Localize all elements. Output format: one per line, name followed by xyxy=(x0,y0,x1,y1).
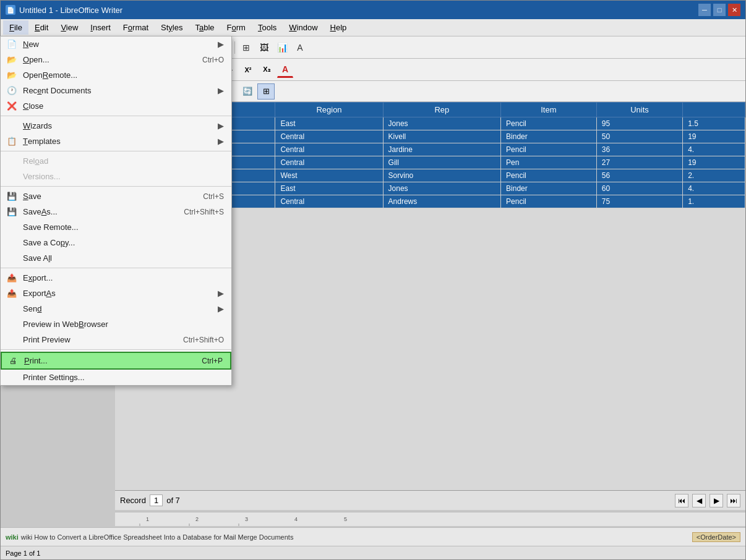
subscript-button[interactable]: X₂ xyxy=(259,62,275,78)
menu-format[interactable]: Format xyxy=(117,20,155,35)
maximize-button[interactable]: □ xyxy=(713,4,726,16)
cell-region-5: West xyxy=(275,169,383,182)
image-button[interactable]: 🖼 xyxy=(256,40,272,56)
menu-item-recent[interactable]: 🕐 Recent Documents ▶ xyxy=(1,83,231,98)
svg-text:1: 1 xyxy=(146,516,149,522)
cell-rep-2: Kivell xyxy=(383,130,501,143)
menu-item-save-as[interactable]: 💾 Save As... Ctrl+Shift+S xyxy=(1,204,231,219)
menu-edit[interactable]: Edit xyxy=(28,20,54,35)
menu-view[interactable]: View xyxy=(54,20,84,35)
menu-file[interactable]: File xyxy=(3,20,28,35)
close-button[interactable]: ✕ xyxy=(728,4,740,16)
menu-item-print-preview[interactable]: Print Preview Ctrl+Shift+O xyxy=(1,332,231,347)
open-icon: 📂 xyxy=(6,54,18,66)
menu-item-export-as[interactable]: 📤 Export As ▶ xyxy=(1,286,231,301)
data-refresh-button[interactable]: 🔄 xyxy=(239,83,256,100)
svg-text:5: 5 xyxy=(344,516,347,522)
menu-item-close[interactable]: ❌ Close xyxy=(1,98,231,114)
sep5 xyxy=(1,349,231,350)
cell-units-4: 27 xyxy=(596,156,682,169)
svg-text:4: 4 xyxy=(294,516,298,522)
cell-extra-1: 1.5 xyxy=(683,117,745,130)
cell-rep-3: Jardine xyxy=(383,143,501,156)
superscript-button[interactable]: X² xyxy=(240,62,256,78)
menu-tools[interactable]: Tools xyxy=(252,20,283,35)
ruler-svg: 1 2 3 4 5 xyxy=(115,512,745,526)
menu-item-preview-web[interactable]: Preview in Web Browser xyxy=(1,316,231,332)
cell-region-7: Central xyxy=(275,195,383,208)
chart-button[interactable]: 📊 xyxy=(274,40,290,56)
menu-help[interactable]: Help xyxy=(324,20,353,35)
versions-icon xyxy=(6,171,18,183)
status-bar: Page 1 of 1 xyxy=(1,546,745,559)
menu-window[interactable]: Window xyxy=(283,20,324,35)
menu-item-wizards[interactable]: Wizards ▶ xyxy=(1,118,231,134)
col-header-item: Item xyxy=(501,103,597,117)
svg-text:2: 2 xyxy=(195,516,199,522)
sep3 xyxy=(1,186,231,187)
table-button[interactable]: ⊞ xyxy=(238,40,254,56)
record-of-label: of 7 xyxy=(166,496,180,505)
menu-form[interactable]: Form xyxy=(221,20,252,35)
menu-item-new[interactable]: 📄 New ▶ xyxy=(1,36,231,52)
title-bar: 📄 Untitled 1 - LibreOffice Writer ─ □ ✕ xyxy=(1,1,745,19)
record-num: 1 xyxy=(150,494,163,506)
wiki-text: wiki How to Convert a LibreOffice Spread… xyxy=(21,533,294,541)
menu-item-open-remote[interactable]: 📂 Open Remote... xyxy=(1,67,231,83)
cell-region-3: Central xyxy=(275,143,383,156)
svg-rect-0 xyxy=(115,512,745,526)
nav-first-button[interactable]: ⏮ xyxy=(675,494,688,507)
menu-item-save-remote[interactable]: Save Remote... xyxy=(1,219,231,235)
save-as-icon: 💾 xyxy=(6,206,18,218)
cell-item-6: Binder xyxy=(501,182,597,195)
nav-next-button[interactable]: ▶ xyxy=(710,494,723,507)
menu-item-save[interactable]: 💾 Save Ctrl+S xyxy=(1,189,231,204)
save-all-icon xyxy=(6,252,18,265)
export-icon: 📤 xyxy=(6,272,18,284)
menu-item-send[interactable]: Send ▶ xyxy=(1,301,231,316)
cell-units-7: 75 xyxy=(596,195,682,208)
cell-extra-7: 1. xyxy=(683,195,745,208)
cell-region-6: East xyxy=(275,182,383,195)
cell-units-3: 36 xyxy=(596,143,682,156)
window-controls: ─ □ ✕ xyxy=(698,4,740,16)
preview-web-icon xyxy=(6,318,18,331)
orderdate-tag: <OrderDate> xyxy=(692,532,740,542)
sep2 xyxy=(1,151,231,151)
templates-icon: 📋 xyxy=(6,135,18,148)
reload-icon xyxy=(6,155,18,168)
nav-last-button[interactable]: ⏭ xyxy=(727,494,740,507)
menu-styles[interactable]: Styles xyxy=(155,20,189,35)
record-nav-bar: Record 1 of 7 ⏮ ◀ ▶ ⏭ xyxy=(115,490,745,510)
wizard-icon xyxy=(6,120,18,132)
cell-rep-1: Jones xyxy=(383,117,501,130)
data-source-button[interactable]: ⊞ xyxy=(257,83,275,100)
cell-extra-5: 2. xyxy=(683,169,745,182)
save-remote-icon xyxy=(6,221,18,234)
menu-item-templates[interactable]: 📋 Templates ▶ xyxy=(1,134,231,149)
minimize-button[interactable]: ─ xyxy=(698,4,711,16)
menu-table[interactable]: Table xyxy=(189,20,220,35)
text-button[interactable]: A xyxy=(292,40,308,56)
recent-icon: 🕐 xyxy=(6,85,18,97)
cell-item-7: Pencil xyxy=(501,195,597,208)
cell-region-2: Central xyxy=(275,130,383,143)
menu-item-open[interactable]: 📂 Open... Ctrl+O xyxy=(1,52,231,67)
sep4 xyxy=(1,268,231,268)
save-icon: 💾 xyxy=(6,190,18,203)
font-color-button[interactable]: A xyxy=(277,62,293,78)
menu-item-reload: Reload xyxy=(1,153,231,169)
menu-item-print[interactable]: 🖨 Print... Ctrl+P xyxy=(1,352,231,370)
cell-units-5: 56 xyxy=(596,169,682,182)
menu-insert[interactable]: Insert xyxy=(84,20,117,35)
cell-extra-6: 4. xyxy=(683,182,745,195)
print-preview-icon xyxy=(6,334,18,346)
printer-settings-icon xyxy=(6,371,18,384)
menu-item-printer-settings[interactable]: Printer Settings... xyxy=(1,370,231,385)
menu-item-export[interactable]: 📤 Export... xyxy=(1,270,231,286)
menu-item-save-copy[interactable]: Save a Copy... xyxy=(1,235,231,250)
save-copy-icon xyxy=(6,237,18,249)
nav-prev-button[interactable]: ◀ xyxy=(692,494,706,507)
col-header-rep: Rep xyxy=(383,103,501,117)
menu-item-save-all[interactable]: Save All xyxy=(1,250,231,266)
